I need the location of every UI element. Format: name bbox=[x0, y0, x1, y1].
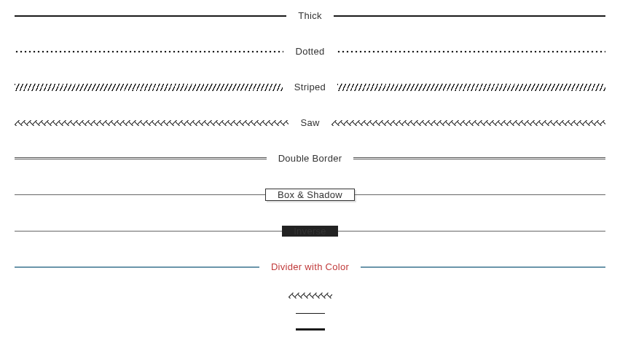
divider-saw-line-right bbox=[331, 120, 605, 126]
divider-color-line-right bbox=[361, 266, 605, 268]
divider-striped-label: Striped bbox=[283, 82, 337, 92]
divider-color-line-left bbox=[15, 266, 259, 268]
divider-dotted-line-right bbox=[337, 50, 605, 53]
divider-saw: Saw bbox=[15, 117, 605, 128]
divider-inverse-line-left bbox=[15, 231, 282, 232]
divider-dotted-label: Dotted bbox=[283, 46, 336, 57]
short-divider-thick bbox=[296, 328, 325, 331]
short-divider-thin bbox=[296, 313, 325, 314]
divider-saw-line-left bbox=[15, 120, 289, 126]
divider-striped-line-left bbox=[15, 84, 283, 91]
divider-color-label: Divider with Color bbox=[259, 261, 361, 272]
divider-inverse-line-right bbox=[338, 231, 605, 232]
divider-striped: Striped bbox=[15, 82, 605, 92]
divider-double-line-left bbox=[15, 157, 267, 159]
divider-inverse: Inverse bbox=[15, 226, 605, 237]
divider-inverse-label: Inverse bbox=[282, 226, 338, 237]
divider-box-shadow: Box & Shadow bbox=[15, 189, 605, 201]
divider-double: Double Border bbox=[15, 153, 605, 164]
divider-box-line-left bbox=[15, 194, 265, 195]
short-dividers bbox=[15, 293, 605, 331]
divider-box-label: Box & Shadow bbox=[265, 189, 355, 201]
divider-dotted: Dotted bbox=[15, 46, 605, 57]
short-divider-saw bbox=[289, 293, 332, 298]
divider-thick-line-right bbox=[334, 15, 605, 17]
divider-striped-line-right bbox=[337, 84, 605, 91]
divider-double-label: Double Border bbox=[267, 153, 354, 164]
divider-thick: Thick bbox=[15, 10, 605, 21]
divider-thick-line-left bbox=[15, 15, 286, 17]
divider-thick-label: Thick bbox=[286, 10, 334, 21]
divider-box-line-right bbox=[355, 194, 605, 195]
divider-dotted-line-left bbox=[15, 50, 283, 53]
divider-saw-label: Saw bbox=[289, 117, 331, 128]
divider-color: Divider with Color bbox=[15, 261, 605, 272]
divider-double-line-right bbox=[353, 157, 605, 159]
divider-showcase: Thick Dotted Striped Saw Double Border B… bbox=[15, 10, 605, 364]
